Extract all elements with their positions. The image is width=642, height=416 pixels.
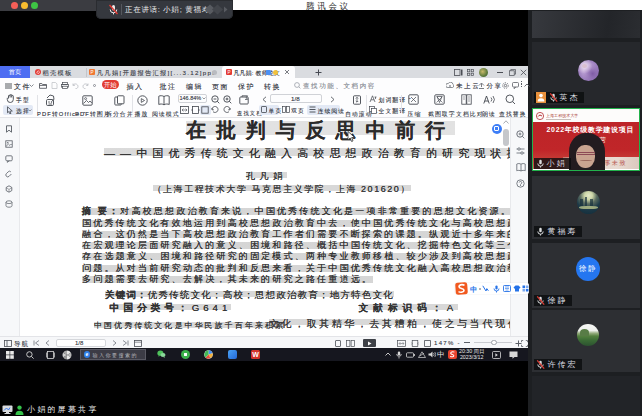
svg-text:P: P	[227, 70, 230, 75]
svg-text:P: P	[90, 70, 93, 75]
